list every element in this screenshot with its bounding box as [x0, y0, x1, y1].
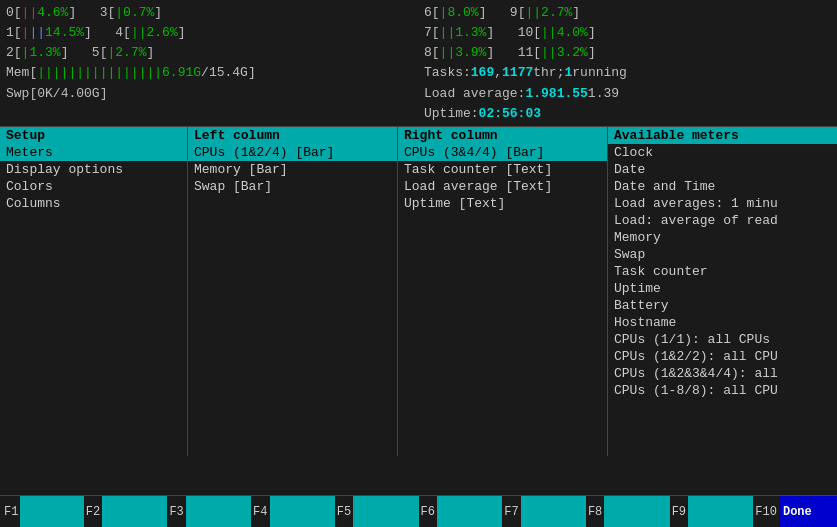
fn10-label[interactable]: Done	[779, 496, 837, 527]
setup-item-display[interactable]: Display options	[0, 161, 187, 178]
left-col-item-1[interactable]: Memory [Bar]	[188, 161, 397, 178]
load-row: Load average: 1.98 1.55 1.39	[424, 84, 831, 104]
fn1-label	[20, 496, 83, 527]
setup-column: Setup Meters Display options Colors Colu…	[0, 127, 188, 456]
cpu-row-0: 0[|| 4.6%] 3[| 0.7%]	[6, 3, 416, 23]
left-column-header: Left column	[188, 127, 397, 144]
right-column-header: Right column	[398, 127, 607, 144]
top-section: 0[|| 4.6%] 3[| 0.7%] 1[||| 14.5%] 4[|| 2…	[0, 0, 837, 126]
left-col-item-0[interactable]: CPUs (1&2/4) [Bar]	[188, 144, 397, 161]
setup-item-colors[interactable]: Colors	[0, 178, 187, 195]
available-item-4[interactable]: Load: average of read	[608, 212, 837, 229]
fn2-label	[102, 496, 167, 527]
setup-item-columns[interactable]: Columns	[0, 195, 187, 212]
fn1-num: F1	[0, 505, 20, 519]
uptime-row: Uptime: 02:56:03	[424, 104, 831, 124]
cpu-grid: 0[|| 4.6%] 3[| 0.7%] 1[||| 14.5%] 4[|| 2…	[6, 3, 831, 124]
right-col-item-0[interactable]: CPUs (3&4/4) [Bar]	[398, 144, 607, 161]
fn7-label	[521, 496, 586, 527]
fn2-num: F2	[84, 505, 102, 519]
fn10-key[interactable]: F10 Done	[753, 496, 837, 527]
right-col-item-1[interactable]: Task counter [Text]	[398, 161, 607, 178]
available-item-14[interactable]: CPUs (1-8/8): all CPU	[608, 382, 837, 399]
available-item-3[interactable]: Load averages: 1 minu	[608, 195, 837, 212]
fn3-num: F3	[167, 505, 185, 519]
fn3-label	[186, 496, 251, 527]
fn3-key[interactable]: F3	[167, 496, 251, 527]
right-col-item-3[interactable]: Uptime [Text]	[398, 195, 607, 212]
fn9-label	[688, 496, 753, 527]
tasks-row: Tasks: 169, 1177 thr; 1 running	[424, 63, 831, 83]
fn1-key[interactable]: F1	[0, 496, 84, 527]
fn8-num: F8	[586, 505, 604, 519]
fn10-num: F10	[753, 505, 779, 519]
available-item-8[interactable]: Uptime	[608, 280, 837, 297]
fn5-key[interactable]: F5	[335, 496, 419, 527]
right-col-item-2[interactable]: Load average [Text]	[398, 178, 607, 195]
fn6-key[interactable]: F6	[419, 496, 503, 527]
fn7-key[interactable]: F7	[502, 496, 586, 527]
fn6-label	[437, 496, 502, 527]
cpu-left-block: 0[|| 4.6%] 3[| 0.7%] 1[||| 14.5%] 4[|| 2…	[6, 3, 416, 124]
main-area: Setup Meters Display options Colors Colu…	[0, 126, 837, 456]
available-item-11[interactable]: CPUs (1/1): all CPUs	[608, 331, 837, 348]
fn2-key[interactable]: F2	[84, 496, 168, 527]
cpu-row-6: 6[| 8.0%] 9[|| 2.7%]	[424, 3, 831, 23]
available-item-13[interactable]: CPUs (1&2&3&4/4): all	[608, 365, 837, 382]
available-item-6[interactable]: Swap	[608, 246, 837, 263]
available-item-1[interactable]: Date	[608, 161, 837, 178]
left-column: Left column CPUs (1&2/4) [Bar] Memory [B…	[188, 127, 398, 456]
available-meters-column: Available meters Clock Date Date and Tim…	[608, 127, 837, 456]
available-item-7[interactable]: Task counter	[608, 263, 837, 280]
available-item-10[interactable]: Hostname	[608, 314, 837, 331]
cpu-right-block: 6[| 8.0%] 9[|| 2.7%] 7[|| 1.3%] 10[|| 4.…	[416, 3, 831, 124]
fn8-label	[604, 496, 669, 527]
setup-item-meters[interactable]: Meters	[0, 144, 187, 161]
fn4-num: F4	[251, 505, 269, 519]
fn5-num: F5	[335, 505, 353, 519]
app-container: 0[|| 4.6%] 3[| 0.7%] 1[||| 14.5%] 4[|| 2…	[0, 0, 837, 527]
available-meters-header: Available meters	[608, 127, 837, 144]
swp-row: Swp[ 0K/4.00G]	[6, 84, 416, 104]
cpu-row-7: 7[|| 1.3%] 10[|| 4.0%]	[424, 23, 831, 43]
fn6-num: F6	[419, 505, 437, 519]
available-item-2[interactable]: Date and Time	[608, 178, 837, 195]
fn-bar: F1 F2 F3 F4 F5 F6 F7 F8	[0, 495, 837, 527]
available-item-0[interactable]: Clock	[608, 144, 837, 161]
setup-header: Setup	[0, 127, 187, 144]
fn9-num: F9	[670, 505, 688, 519]
available-item-9[interactable]: Battery	[608, 297, 837, 314]
fn4-label	[270, 496, 335, 527]
mem-row: Mem[|||||||||||||||| 6.91G/15.4G]	[6, 63, 416, 83]
cpu-row-2: 2[| 1.3%] 5[| 2.7%]	[6, 43, 416, 63]
fn7-num: F7	[502, 505, 520, 519]
available-item-5[interactable]: Memory	[608, 229, 837, 246]
right-column: Right column CPUs (3&4/4) [Bar] Task cou…	[398, 127, 608, 456]
left-col-item-2[interactable]: Swap [Bar]	[188, 178, 397, 195]
available-item-12[interactable]: CPUs (1&2/2): all CPU	[608, 348, 837, 365]
fn9-key[interactable]: F9	[670, 496, 754, 527]
fn4-key[interactable]: F4	[251, 496, 335, 527]
fn5-label	[353, 496, 418, 527]
fn8-key[interactable]: F8	[586, 496, 670, 527]
cpu-row-8: 8[|| 3.9%] 11[|| 3.2%]	[424, 43, 831, 63]
cpu-row-1: 1[||| 14.5%] 4[|| 2.6%]	[6, 23, 416, 43]
